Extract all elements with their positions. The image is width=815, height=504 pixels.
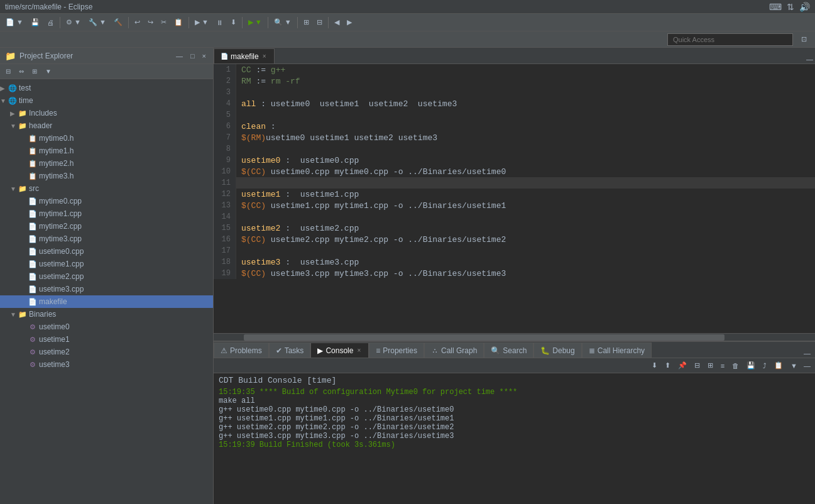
code-line-3[interactable]: 3 [214,87,815,98]
prev-button[interactable]: ◀ [331,16,342,30]
tools-button[interactable]: 🔧 ▼ [85,16,109,30]
tree-item-mytime3.cpp[interactable]: 📄mytime3.cpp [0,233,213,245]
bottom-tab-callgraph[interactable]: ⛬ Call Graph [424,342,484,358]
bottom-tab-console[interactable]: ▶ Console× [310,342,369,358]
debug-run-button[interactable]: ▶ ▼ [192,16,212,30]
tree-item-mytime1.cpp[interactable]: 📄mytime1.cpp [0,207,213,220]
code-line-1[interactable]: 1CC := g++ [214,64,815,75]
code-line-9[interactable]: 9usetime0 : usetime0.cpp [214,155,815,166]
hscroll-thumb[interactable] [244,334,725,341]
bottom-tab-tasks[interactable]: ✔ Tasks [269,342,311,358]
tree-item-Binaries[interactable]: ▼📁Binaries [0,308,213,320]
perspective-button[interactable]: ⊞ [300,16,312,30]
bottom-tab-callhierarchy[interactable]: ≣ Call Hierarchy [582,342,652,358]
bt-up-btn[interactable]: ⬆ [662,360,674,371]
build-button[interactable]: 🔨 [111,16,126,30]
code-line-19[interactable]: 19 $(CC) usetime3.cpp mytime3.cpp -o ../… [214,268,815,279]
step-button[interactable]: ⬇ [227,16,239,30]
code-line-10[interactable]: 10 $(CC) usetime0.cpp mytime0.cpp -o ../… [214,166,815,177]
tab-close-button[interactable]: × [261,53,268,60]
redo-button[interactable]: ↪ [145,16,156,30]
tree-item-mytime0.cpp[interactable]: 📄mytime0.cpp [0,195,213,207]
tree-item-mytime0.h[interactable]: 📋mytime0.h [0,132,213,145]
tree-item-time[interactable]: ▼🌐time [0,94,213,107]
undo-button[interactable]: ↩ [131,16,143,30]
bottom-minimize-btn[interactable]: — [802,361,812,370]
sep7 [328,17,329,28]
tree-item-header[interactable]: ▼📁header [0,119,213,132]
bt-down-btn[interactable]: ⬇ [648,360,660,371]
bottom-tab-search[interactable]: 🔍 Search [484,342,533,358]
editor-minimize-btn[interactable]: — [804,55,815,63]
tree-item-mytime2.cpp[interactable]: 📄mytime2.cpp [0,220,213,233]
bottom-tab-properties[interactable]: ≡ Properties [369,342,424,358]
code-line-6[interactable]: 6clean : [214,121,815,132]
tree-item-src[interactable]: ▼📁src [0,182,213,195]
pe-close-button[interactable]: × [200,52,208,60]
code-line-11[interactable]: 11 [214,177,815,189]
bottom-tab-debug[interactable]: 🐛 Debug [533,342,581,358]
print-button[interactable]: 🖨 [44,16,57,30]
tree-item-makefile[interactable]: 📄makefile [0,295,213,308]
pe-minimize-button[interactable]: — [174,52,185,60]
bottom-tab-problems[interactable]: ⚠ Problems [214,342,269,358]
quick-access-input[interactable] [667,33,793,46]
view-button[interactable]: ⊟ [314,16,325,30]
bt-clear-btn[interactable]: 🗑 [729,361,742,371]
cut-button[interactable]: ✂ [158,16,170,30]
save-button[interactable]: 💾 [28,16,43,30]
settings-button[interactable]: ⚙ ▼ [63,16,84,30]
new-button[interactable]: 📄 ▼ [3,16,26,30]
bt-save-btn[interactable]: 💾 [743,360,758,371]
tree-item-usetime2.cpp[interactable]: 📄usetime2.cpp [0,270,213,283]
pe-link-btn[interactable]: ⇔ [16,67,27,76]
tree-item-mytime3.h[interactable]: 📋mytime3.h [0,170,213,182]
code-line-4[interactable]: 4all : usetime0 usetime1 usetime2 usetim… [214,98,815,109]
tree-icon-test: 🌐 [8,84,18,92]
tree-item-Includes[interactable]: ▶📁Includes [0,107,213,119]
code-line-2[interactable]: 2RM := rm -rf [214,75,815,87]
run-button[interactable]: ▶ ▼ [245,16,265,30]
tree-item-usetime3[interactable]: ⚙usetime3 [0,358,213,371]
tree-item-usetime0.cpp[interactable]: 📄usetime0.cpp [0,245,213,258]
search-button[interactable]: 🔍 ▼ [271,16,295,30]
code-line-15[interactable]: 15usetime2 : usetime2.cpp [214,222,815,234]
next-button[interactable]: ▶ [344,16,355,30]
pe-maximize-button[interactable]: □ [189,52,197,60]
tree-item-usetime1[interactable]: ⚙usetime1 [0,333,213,346]
stop-button[interactable]: ⏸ [213,16,226,30]
bt-share-btn[interactable]: ⤴ [760,361,770,371]
code-line-16[interactable]: 16 $(CC) usetime2.cpp mytime2.cpp -o ../… [214,234,815,245]
tree-item-mytime1.h[interactable]: 📋mytime1.h [0,145,213,157]
code-line-5[interactable]: 5 [214,109,815,121]
tree-item-usetime2[interactable]: ⚙usetime2 [0,346,213,358]
editor-content[interactable]: 1CC := g++2RM := rm -rf3 4all : usetime0… [214,64,815,333]
bt-split2-btn[interactable]: ⊞ [704,360,716,371]
tree-item-usetime0[interactable]: ⚙usetime0 [0,320,213,333]
bt-opt-btn[interactable]: ▼ [787,361,801,371]
bottom-tab-close-console[interactable]: × [356,347,362,354]
perspective-toggle-button[interactable]: ⊡ [798,33,810,47]
bottom-panel-minimize-btn[interactable]: — [802,349,812,358]
code-line-7[interactable]: 7 $(RM)usetime0 usetime1 usetime2 usetim… [214,132,815,143]
bt-lines-btn[interactable]: ≡ [718,361,728,371]
code-line-8[interactable]: 8 [214,143,815,155]
tree-item-usetime1.cpp[interactable]: 📄usetime1.cpp [0,258,213,270]
pe-collapse-btn[interactable]: ⊟ [3,67,14,76]
code-line-18[interactable]: 18usetime3 : usetime3.cpp [214,256,815,268]
pe-menu-btn[interactable]: ▼ [42,67,55,76]
copy-button[interactable]: 📋 [171,16,186,30]
tree-item-test[interactable]: ▶🌐test [0,82,213,94]
code-line-17[interactable]: 17 [214,245,815,256]
code-line-13[interactable]: 13 $(CC) usetime1.cpp mytime1.cpp -o ../… [214,200,815,211]
tree-item-mytime2.h[interactable]: 📋mytime2.h [0,157,213,170]
bt-pin-btn[interactable]: 📌 [675,360,690,371]
code-line-14[interactable]: 14 [214,211,815,222]
bt-copy-btn[interactable]: 📋 [771,360,786,371]
editor-hscroll[interactable] [214,333,815,341]
tree-item-usetime3.cpp[interactable]: 📄usetime3.cpp [0,283,213,295]
bt-split-btn[interactable]: ⊟ [691,360,703,371]
makefile-tab[interactable]: 📄 makefile × [214,48,275,63]
pe-new-btn[interactable]: ⊞ [29,67,40,76]
code-line-12[interactable]: 12usetime1 : usetime1.cpp [214,189,815,200]
